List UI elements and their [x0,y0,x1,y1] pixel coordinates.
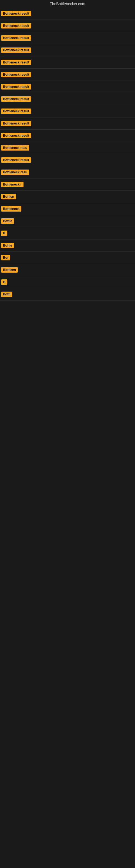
list-item: Bottleneck resu [0,166,135,179]
bottleneck-result-badge[interactable]: Bottleneck result [1,133,31,138]
bottleneck-result-badge[interactable]: Bottl [1,291,12,297]
bottleneck-result-badge[interactable]: Bottlen [1,194,16,199]
list-item: Bot [0,252,135,264]
list-item: Bottleneck result [0,8,135,20]
list-item: Bottleneck result [0,32,135,44]
list-item: Bottleneck r [0,179,135,191]
list-item: Bottl [0,288,135,301]
list-item: Bottleneck result [0,154,135,166]
list-item: Bottleneck result [0,69,135,81]
list-item: Bottleneck result [0,20,135,32]
list-item: Bottlen [0,191,135,203]
list-item: B [0,227,135,240]
bottleneck-result-badge[interactable]: Bottleneck r [1,182,24,187]
list-item: Bottleneck resu [0,142,135,154]
list-item: Bottleneck result [0,105,135,118]
bottleneck-result-badge[interactable]: Bottleneck result [1,96,31,102]
bottleneck-result-badge[interactable]: Bot [1,255,10,260]
list-item: Bottleneck result [0,81,135,93]
bottleneck-result-badge[interactable]: Bottle [1,218,14,224]
site-header: TheBottlenecker.com [0,0,135,8]
bottleneck-result-badge[interactable]: Bottleneck result [1,108,31,114]
list-item: Bottleneck [0,203,135,215]
bottleneck-result-badge[interactable]: Bottlens [1,267,18,273]
bottleneck-result-badge[interactable]: Bottleneck result [1,121,31,126]
bottleneck-result-badge[interactable]: Bottleneck result [1,72,31,77]
list-item: Bottle [0,215,135,227]
bottleneck-result-badge[interactable]: Bottleneck result [1,11,31,16]
bottleneck-result-badge[interactable]: Bottleneck result [1,35,31,41]
bottleneck-result-badge[interactable]: Bottleneck resu [1,169,29,175]
bottleneck-result-badge[interactable]: Bottleneck [1,206,21,212]
rows-container: Bottleneck resultBottleneck resultBottle… [0,8,135,301]
bottleneck-result-badge[interactable]: Bottleneck resu [1,145,29,151]
bottleneck-result-badge[interactable]: B [1,279,7,285]
list-item: Bottleneck result [0,130,135,142]
bottleneck-result-badge[interactable]: Bottleneck result [1,23,31,29]
site-title: TheBottlenecker.com [0,0,135,8]
list-item: Bottleneck result [0,44,135,56]
list-item: B [0,276,135,288]
bottleneck-result-badge[interactable]: Bottleneck result [1,60,31,65]
list-item: Bottlens [0,264,135,276]
list-item: Bottle [0,240,135,252]
bottleneck-result-badge[interactable]: Bottleneck result [1,48,31,53]
list-item: Bottleneck result [0,118,135,130]
list-item: Bottleneck result [0,93,135,105]
bottleneck-result-badge[interactable]: Bottleneck result [1,84,31,90]
bottleneck-result-badge[interactable]: Bottle [1,243,14,248]
bottleneck-result-badge[interactable]: Bottleneck result [1,157,31,163]
bottleneck-result-badge[interactable]: B [1,230,7,236]
list-item: Bottleneck result [0,56,135,69]
